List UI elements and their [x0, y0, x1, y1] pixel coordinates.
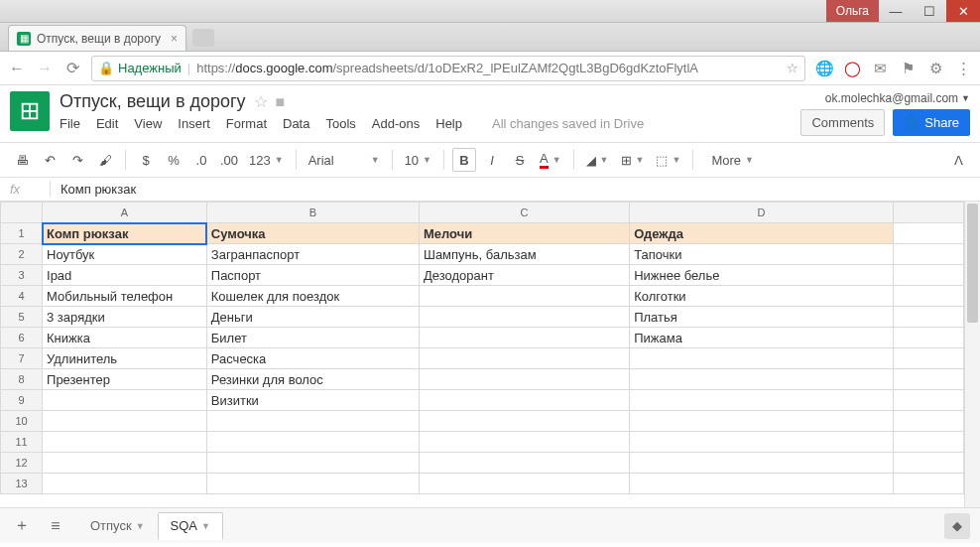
- increase-decimal-icon[interactable]: .00: [217, 148, 241, 172]
- reload-button[interactable]: ⟳: [63, 59, 81, 77]
- column-header-A[interactable]: A: [43, 203, 207, 223]
- row-header[interactable]: 13: [1, 474, 43, 494]
- cell[interactable]: [419, 411, 629, 432]
- formula-input[interactable]: Комп рюкзак: [50, 182, 136, 197]
- font-size-select[interactable]: 10▼: [401, 153, 435, 168]
- bookmark-star-icon[interactable]: ☆: [787, 61, 798, 75]
- row-header[interactable]: 9: [1, 390, 43, 411]
- document-title[interactable]: Отпуск, вещи в дорогу: [60, 91, 246, 112]
- cell[interactable]: [419, 453, 629, 474]
- fill-color-select[interactable]: ◢▼: [582, 153, 613, 168]
- all-sheets-button[interactable]: ≡: [44, 517, 67, 535]
- window-minimize-button[interactable]: —: [879, 0, 913, 22]
- cell[interactable]: [630, 390, 894, 411]
- share-button[interactable]: 👤 Share: [893, 109, 970, 136]
- redo-icon[interactable]: ↷: [65, 148, 89, 172]
- window-close-button[interactable]: ✕: [946, 0, 980, 22]
- number-format-select[interactable]: 123▼: [245, 153, 288, 168]
- explore-button[interactable]: ◆: [944, 513, 970, 539]
- browser-menu-icon[interactable]: ⋮: [954, 60, 972, 77]
- tab-close-icon[interactable]: ×: [171, 32, 178, 46]
- extension-opera-icon[interactable]: ◯: [843, 60, 861, 77]
- cell[interactable]: Удлинитель: [43, 348, 207, 369]
- comments-button[interactable]: Comments: [800, 109, 885, 136]
- cell[interactable]: [630, 411, 894, 432]
- row-header[interactable]: 8: [1, 369, 43, 390]
- cell[interactable]: [419, 328, 629, 348]
- cell[interactable]: Книжка: [43, 328, 207, 348]
- address-bar[interactable]: 🔒 Надежный | https://docs.google.com/spr…: [91, 56, 805, 81]
- cell[interactable]: [630, 369, 894, 390]
- grid-scroll[interactable]: ABCD1Комп рюкзакСумочкаМелочиОдежда2Ноут…: [0, 202, 964, 507]
- cell[interactable]: [206, 474, 419, 494]
- cell[interactable]: Резинки для волос: [206, 369, 419, 390]
- text-color-select[interactable]: A▼: [536, 151, 565, 169]
- row-header[interactable]: 4: [1, 286, 43, 307]
- row-header[interactable]: 1: [1, 223, 43, 244]
- menu-add-ons[interactable]: Add-ons: [372, 116, 420, 131]
- cell[interactable]: [43, 411, 207, 432]
- cell[interactable]: Одежда: [630, 223, 894, 244]
- print-icon[interactable]: 🖶: [10, 148, 34, 172]
- forward-button[interactable]: →: [36, 60, 54, 77]
- row-header[interactable]: 3: [1, 265, 43, 286]
- cell[interactable]: [206, 453, 419, 474]
- window-maximize-button[interactable]: ☐: [913, 0, 946, 22]
- row-header[interactable]: 2: [1, 244, 43, 265]
- italic-icon[interactable]: I: [480, 148, 504, 172]
- select-all-corner[interactable]: [1, 203, 43, 223]
- menu-view[interactable]: View: [134, 116, 162, 131]
- cell[interactable]: Комп рюкзак: [43, 223, 207, 244]
- cell[interactable]: Ipad: [43, 265, 207, 286]
- paint-format-icon[interactable]: 🖌: [93, 148, 117, 172]
- cell[interactable]: Загранпаспорт: [206, 244, 419, 265]
- row-header[interactable]: 7: [1, 348, 43, 369]
- cell[interactable]: Тапочки: [630, 244, 894, 265]
- extension-wrench-icon[interactable]: ⚙: [926, 60, 944, 77]
- browser-tab[interactable]: ▦ Отпуск, вещи в дорогу ×: [8, 25, 186, 51]
- cell[interactable]: [419, 348, 629, 369]
- cell[interactable]: [206, 411, 419, 432]
- menu-tools[interactable]: Tools: [325, 116, 355, 131]
- cell[interactable]: [419, 369, 629, 390]
- menu-edit[interactable]: Edit: [96, 116, 118, 131]
- row-header[interactable]: 12: [1, 453, 43, 474]
- font-family-select[interactable]: Arial▼: [305, 153, 384, 168]
- sheet-tab[interactable]: SQA▼: [158, 512, 223, 540]
- merge-cells-select[interactable]: ⬚▼: [652, 153, 684, 168]
- extension-flag-icon[interactable]: ⚑: [899, 60, 917, 77]
- row-header[interactable]: 10: [1, 411, 43, 432]
- row-header[interactable]: 11: [1, 432, 43, 453]
- cell[interactable]: Презентер: [43, 369, 207, 390]
- menu-help[interactable]: Help: [435, 116, 462, 131]
- cell[interactable]: [419, 432, 629, 453]
- new-tab-button[interactable]: [192, 29, 214, 47]
- cell[interactable]: [419, 474, 629, 494]
- star-document-icon[interactable]: ☆: [254, 92, 268, 111]
- cell[interactable]: Платья: [630, 307, 894, 328]
- cell[interactable]: [206, 432, 419, 453]
- cell[interactable]: [43, 390, 207, 411]
- decrease-decimal-icon[interactable]: .0: [189, 148, 213, 172]
- sheets-logo-icon[interactable]: [10, 91, 50, 131]
- borders-select[interactable]: ⊞▼: [617, 153, 649, 168]
- cell[interactable]: [419, 307, 629, 328]
- cell[interactable]: [630, 474, 894, 494]
- add-sheet-button[interactable]: ＋: [10, 515, 34, 536]
- currency-icon[interactable]: $: [134, 148, 158, 172]
- row-header[interactable]: 6: [1, 328, 43, 348]
- cell[interactable]: Сумочка: [206, 223, 419, 244]
- extension-mail-icon[interactable]: ✉: [871, 60, 889, 77]
- menu-insert[interactable]: Insert: [178, 116, 210, 131]
- back-button[interactable]: ←: [8, 60, 26, 77]
- move-folder-icon[interactable]: ■: [276, 93, 286, 111]
- cell[interactable]: Дезодорант: [419, 265, 629, 286]
- cell[interactable]: Паспорт: [206, 265, 419, 286]
- column-header-C[interactable]: C: [419, 203, 629, 223]
- cell[interactable]: Шампунь, бальзам: [419, 244, 629, 265]
- cell[interactable]: [43, 453, 207, 474]
- cell[interactable]: Кошелек для поездок: [206, 286, 419, 307]
- cell[interactable]: Билет: [206, 328, 419, 348]
- cell[interactable]: 3 зарядки: [43, 307, 207, 328]
- cell[interactable]: Пижама: [630, 328, 894, 348]
